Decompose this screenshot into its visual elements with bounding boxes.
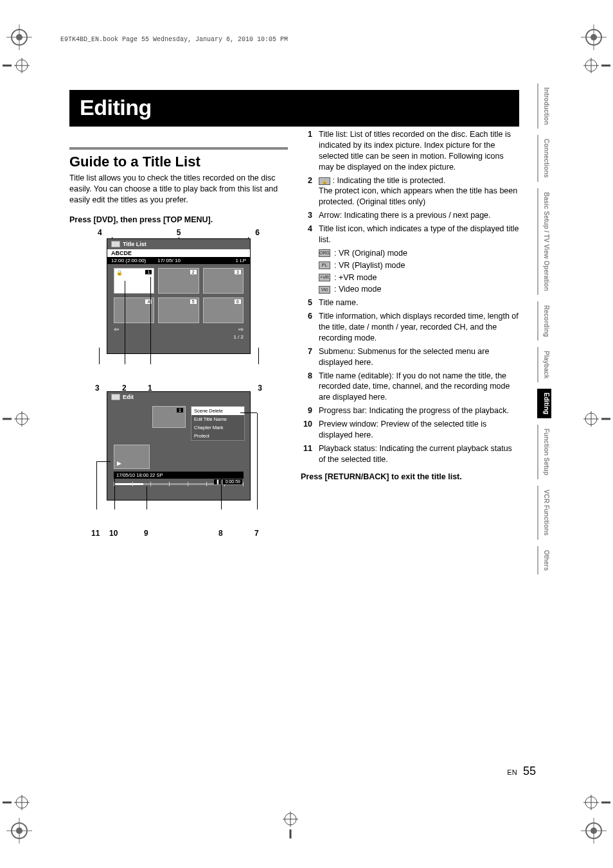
mode-icon-row: PL: VR (Playlist) mode [319,260,519,271]
edit-label: Edit [123,394,134,400]
protect-icon: 🔒 [319,177,330,185]
mode-label: : VR (Playlist) mode [334,260,405,271]
tab-playback[interactable]: Playback [537,347,551,382]
info-mode: 1 LP [236,258,246,263]
cell-number: 6 [235,299,241,304]
leader-line [114,472,115,509]
submenu-item[interactable]: Scene Delete [191,407,244,415]
crop-mark-icon [581,24,607,50]
explanation-item: 2🔒 : Indicating the title is protected.T… [301,175,519,208]
title-cell-1[interactable]: 🔒1 [114,268,154,294]
crop-mark-icon [581,818,607,844]
mode-icon: PL [319,261,330,269]
title-list-label: Title List [123,241,147,247]
time-value: 0:00:59 [226,479,240,484]
explanation-item: 11Playback status: Indicating the curren… [301,443,519,465]
disc-type-icon [111,394,120,400]
cell-number: 5 [190,299,197,304]
footer-lang: EN [507,768,517,776]
register-mark-icon [3,58,30,73]
submenu-item[interactable]: Protect [191,432,244,440]
mode-icon-row: +VR: +VR mode [319,272,519,283]
explanation-text: Title information, which displays record… [319,311,519,344]
tab-editing[interactable]: Editing [537,389,551,418]
register-mark-icon [3,795,30,810]
edit-info-bar: 17/05/10 18:00 22 SP [114,472,244,479]
leader-line [257,413,258,509]
title-cell-6[interactable]: 6 [203,297,244,323]
crop-mark-icon [6,818,32,844]
crop-mark-icon [6,24,32,50]
callout-10: 10 [109,529,118,538]
title-cell-3[interactable]: 3 [203,268,244,294]
step-instruction: Press [DVD], then press [TOP MENU]. [69,215,288,226]
explanation-number: 10 [301,419,312,441]
explanation-item: 1Title list: List of titles recorded on … [301,129,519,173]
page-title-banner: Editing [69,90,519,127]
explanation-number: 9 [301,405,312,416]
register-mark-icon [583,411,610,427]
explanation-item: 10Preview window: Preview of the selecte… [301,419,519,441]
submenu-item[interactable]: Chapter Mark [191,423,244,432]
tab-vcr-functions[interactable]: VCR Functions [537,486,551,540]
leader-line [221,479,222,509]
submenu-item[interactable]: Edit Title Name [191,415,244,423]
page-indicator: 1 / 2 [107,334,250,342]
explanation-item: 5Title name. [301,297,519,308]
explanation-number: 4 [301,224,312,245]
mode-icon-row: ORG: VR (Original) mode [319,248,519,259]
edit-submenu-figure: Edit 1 Scene Delete Edit Title Name Chap… [95,391,262,520]
footer-page-number: 55 [523,765,536,777]
tab-introduction[interactable]: Introduction [537,84,551,128]
explanation-text: 🔒 : Indicating the title is protected.Th… [319,175,519,208]
explanation-item: 7Submenu: Submenus for the selected menu… [301,346,519,368]
explanation-number: 7 [301,346,312,368]
section-title: Guide to a Title List [69,154,288,170]
prev-page-arrow-icon[interactable]: ⇦ [114,326,119,333]
callout-11: 11 [91,529,100,538]
callout-9: 9 [144,529,148,538]
leader-line [150,277,151,364]
explanation-number: 8 [301,371,312,403]
title-list-figure: 4 5 6 Title List ABCDE 12:00 (2:00:00) [95,238,262,373]
tab-basic-setup[interactable]: Basic Setup / TV View Operation [537,188,551,295]
explanation-item: 9Progress bar: Indicating the progress o… [301,405,519,416]
explanation-number: 11 [301,443,312,465]
mode-icon-list: ORG: VR (Original) modePL: VR (Playlist)… [319,248,519,296]
title-cell-2[interactable]: 2 [158,268,199,294]
disc-type-icon [111,241,120,247]
explanation-number: 6 [301,311,312,344]
lock-icon: 🔒 [116,270,123,276]
section-intro-text: Title list allows you to check the title… [69,173,288,206]
tab-connections[interactable]: Connections [537,135,551,182]
page-footer: EN 55 [507,765,536,778]
cell-number: 2 [190,270,197,274]
explanations-list: 1Title list: List of titles recorded on … [301,129,519,465]
title-cell-5[interactable]: 5 [158,297,199,323]
explanation-text: Preview window: Preview of the selected … [319,419,519,441]
explanation-text: Title list icon, which indicates a type … [319,224,519,245]
explanation-text: Title name (editable): If you do not nam… [319,371,519,403]
callout-6: 6 [255,228,260,237]
explanation-number: 5 [301,297,312,308]
leader-line [96,461,111,462]
register-mark-icon [583,58,610,73]
edit-info-text: 17/05/10 18:00 22 SP [116,472,163,478]
side-tabs: Introduction Connections Basic Setup / T… [537,84,551,574]
section-rule [69,147,288,150]
explanation-text: Title list: List of titles recorded on t… [319,129,519,173]
mode-icon: ORG [319,249,330,257]
register-mark-icon [3,411,30,427]
leader-line [147,486,147,509]
thumb-number: 1 [177,408,183,412]
tab-recording[interactable]: Recording [537,301,551,341]
next-page-arrow-icon[interactable]: ⇨ [238,326,244,333]
mode-label: : Video mode [334,284,381,295]
play-icon: ▶ [117,460,121,466]
tab-others[interactable]: Others [537,546,551,574]
tab-function-setup[interactable]: Function Setup [537,425,551,479]
edit-submenu[interactable]: Scene Delete Edit Title Name Chapter Mar… [191,406,245,441]
title-cell-4[interactable]: 4 [114,297,154,323]
explanation-item: 3Arrow: Indicating there is a previous /… [301,210,519,221]
title-list-screen: Title List ABCDE 12:00 (2:00:00) 17/ 05/… [107,238,251,354]
